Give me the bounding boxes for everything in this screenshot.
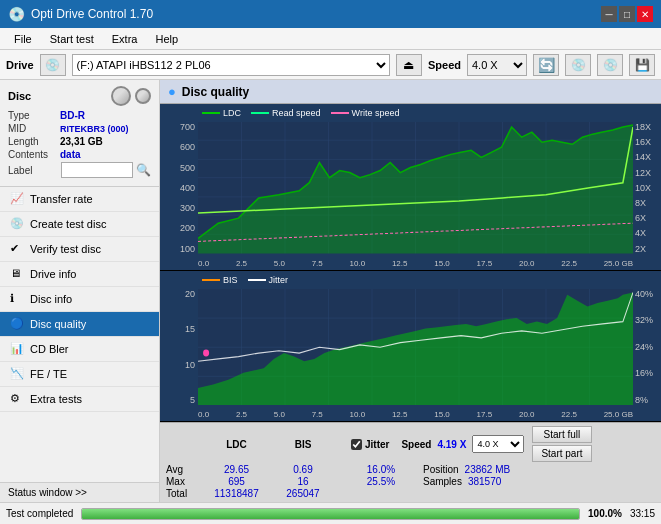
content-icon: ● — [168, 84, 176, 99]
titlebar: 💿 Opti Drive Control 1.70 ─ □ ✕ — [0, 0, 661, 28]
drive-info-icon: 🖥 — [10, 267, 24, 281]
cd-bler-icon: 📊 — [10, 342, 24, 356]
eject-button[interactable]: ⏏ — [396, 54, 422, 76]
start-part-button[interactable]: Start part — [532, 445, 591, 462]
type-key: Type — [8, 110, 60, 121]
avg-jitter: 16.0% — [351, 464, 411, 475]
disc-image2 — [135, 88, 151, 104]
ldc-header: LDC — [204, 439, 269, 450]
avg-row: Avg 29.65 0.69 16.0% Position 23862 MB — [166, 464, 655, 475]
x-axis-bottom: 0.0 2.5 5.0 7.5 10.0 12.5 15.0 17.5 20.0… — [198, 410, 633, 419]
samples-value: 381570 — [468, 476, 501, 487]
extra-tests-label: Extra tests — [30, 393, 82, 405]
jitter-header: Jitter — [365, 439, 389, 450]
maximize-button[interactable]: □ — [619, 6, 635, 22]
legend-ldc: LDC — [202, 108, 241, 118]
status-window-label: Status window >> — [8, 487, 87, 498]
time-display: 33:15 — [630, 508, 655, 519]
drive-info-label: Drive info — [30, 268, 76, 280]
speed-select[interactable]: 4.0 X 1.0 X 2.0 X 8.0 X — [467, 54, 527, 76]
disc-info-icon: ℹ — [10, 292, 24, 306]
menu-extra[interactable]: Extra — [104, 31, 146, 47]
progress-percent: 100.0% — [588, 508, 622, 519]
sidebar-item-disc-info[interactable]: ℹ Disc info — [0, 287, 159, 312]
menu-file[interactable]: File — [6, 31, 40, 47]
sidebar-item-extra-tests[interactable]: ⚙ Extra tests — [0, 387, 159, 412]
fe-te-label: FE / TE — [30, 368, 67, 380]
sidebar-item-disc-quality[interactable]: 🔵 Disc quality — [0, 312, 159, 337]
minimize-button[interactable]: ─ — [601, 6, 617, 22]
charts-area: LDC Read speed Write speed 700 600 50 — [160, 104, 661, 422]
svg-point-32 — [203, 349, 209, 356]
close-button[interactable]: ✕ — [637, 6, 653, 22]
position-value: 23862 MB — [465, 464, 511, 475]
avg-label: Avg — [166, 464, 200, 475]
drive-select[interactable]: (F:) ATAPI iHBS112 2 PL06 — [72, 54, 390, 76]
legend-jitter: Jitter — [248, 275, 289, 285]
cd-bler-label: CD Bler — [30, 343, 69, 355]
fe-te-icon: 📉 — [10, 367, 24, 381]
disc-info-label: Disc info — [30, 293, 72, 305]
drivebar: Drive 💿 (F:) ATAPI iHBS112 2 PL06 ⏏ Spee… — [0, 50, 661, 80]
label-edit-icon[interactable]: 🔍 — [136, 163, 151, 177]
total-label: Total — [166, 488, 200, 499]
max-bis: 16 — [273, 476, 333, 487]
x-axis-top: 0.0 2.5 5.0 7.5 10.0 12.5 15.0 17.5 20.0… — [198, 259, 633, 268]
menu-start-test[interactable]: Start test — [42, 31, 102, 47]
bottom-bar: Test completed 100.0% 33:15 — [0, 502, 661, 524]
menubar: File Start test Extra Help — [0, 28, 661, 50]
start-full-button[interactable]: Start full — [532, 426, 591, 443]
save-button[interactable]: 💾 — [629, 54, 655, 76]
status-window-button[interactable]: Status window >> — [0, 482, 159, 502]
extra-tests-icon: ⚙ — [10, 392, 24, 406]
y-axis-left-top: 700 600 500 400 300 200 100 — [160, 122, 198, 254]
content-title: Disc quality — [182, 85, 249, 99]
speed-label: Speed — [428, 59, 461, 71]
app-title: Opti Drive Control 1.70 — [31, 7, 153, 21]
speed-select2[interactable]: 4.0 X — [472, 435, 524, 453]
status-text: Test completed — [6, 508, 73, 519]
sidebar-item-cd-bler[interactable]: 📊 CD Bler — [0, 337, 159, 362]
total-ldc: 11318487 — [204, 488, 269, 499]
progress-fill — [82, 509, 579, 519]
max-label: Max — [166, 476, 200, 487]
disc-panel: Disc Type BD-R MID RITEKBR3 (000) Length… — [0, 80, 159, 187]
content-header: ● Disc quality — [160, 80, 661, 104]
jitter-checkbox[interactable] — [351, 439, 362, 450]
speed-value: 4.19 X — [437, 439, 466, 450]
main-area: Disc Type BD-R MID RITEKBR3 (000) Length… — [0, 80, 661, 502]
disc-quality-label: Disc quality — [30, 318, 86, 330]
disc-btn1[interactable]: 💿 — [565, 54, 591, 76]
sidebar-item-verify-test-disc[interactable]: ✔ Verify test disc — [0, 237, 159, 262]
verify-disc-label: Verify test disc — [30, 243, 101, 255]
create-disc-label: Create test disc — [30, 218, 106, 230]
max-ldc: 695 — [204, 476, 269, 487]
legend-write: Write speed — [331, 108, 400, 118]
contents-value: data — [60, 149, 81, 160]
legend-bis: BIS — [202, 275, 238, 285]
chart-bottom-plot — [198, 289, 633, 405]
stats-header-row: LDC BIS Jitter Speed 4.19 X 4.0 X Start … — [166, 426, 655, 462]
length-key: Length — [8, 136, 60, 147]
sidebar-item-transfer-rate[interactable]: 📈 Transfer rate — [0, 187, 159, 212]
mid-key: MID — [8, 123, 60, 134]
sidebar-item-create-test-disc[interactable]: 💿 Create test disc — [0, 212, 159, 237]
sidebar-item-drive-info[interactable]: 🖥 Drive info — [0, 262, 159, 287]
menu-help[interactable]: Help — [147, 31, 186, 47]
y-axis-right-bottom: 40% 32% 24% 16% 8% — [633, 289, 661, 405]
chart-bottom-legend: BIS Jitter — [202, 275, 288, 285]
label-input[interactable] — [61, 162, 133, 178]
disc-quality-icon: 🔵 — [10, 317, 24, 331]
refresh-button[interactable]: 🔄 — [533, 54, 559, 76]
sidebar-item-fe-te[interactable]: 📉 FE / TE — [0, 362, 159, 387]
app-icon: 💿 — [8, 6, 25, 22]
disc-btn2[interactable]: 💿 — [597, 54, 623, 76]
transfer-rate-icon: 📈 — [10, 192, 24, 206]
position-label: Position — [423, 464, 459, 475]
drive-icon-btn[interactable]: 💿 — [40, 54, 66, 76]
start-buttons: Start full Start part — [532, 426, 591, 462]
chart-bottom: BIS Jitter 20 15 10 5 40% 3 — [160, 271, 661, 422]
drive-label: Drive — [6, 59, 34, 71]
total-bis: 265047 — [273, 488, 333, 499]
y-axis-left-bottom: 20 15 10 5 — [160, 289, 198, 405]
